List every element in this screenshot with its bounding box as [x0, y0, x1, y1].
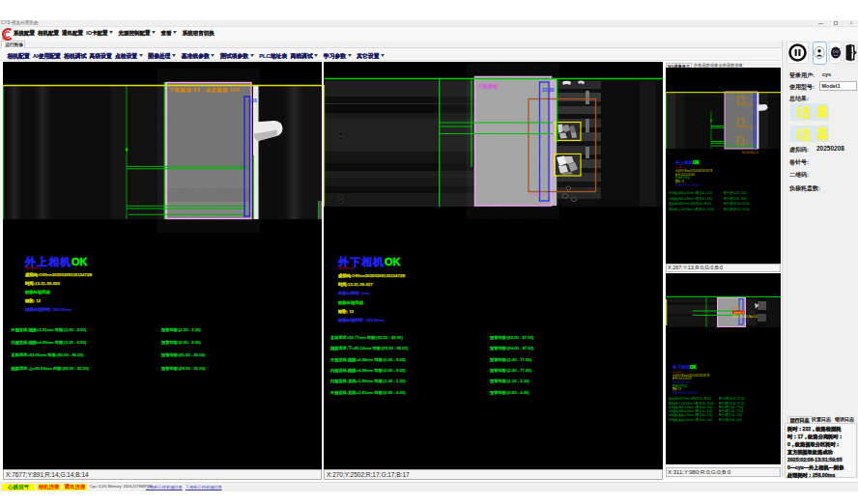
svg-text:88.0: 88.0 — [743, 319, 749, 322]
svg-text:84.40:8q:1.0: 84.40:8q:1.0 — [742, 151, 758, 154]
svg-text:04.40:1.0: 04.40:1.0 — [744, 126, 757, 129]
svg-text:3.68: 3.68 — [248, 98, 257, 103]
svg-text:23.80: 23.80 — [542, 87, 555, 93]
svg-text:0.08H:: 0.08H: — [730, 306, 740, 310]
svg-text:下限阈值:93，动态阈值:100: 下限阈值:93，动态阈值:100 — [168, 87, 240, 94]
svg-text:NG:0.4 R:1.0: NG:0.4 R:1.0 — [530, 193, 550, 197]
svg-text:AI检测框: AI检测框 — [478, 83, 498, 90]
svg-text:84.40:1.0: 84.40:1.0 — [744, 103, 757, 107]
